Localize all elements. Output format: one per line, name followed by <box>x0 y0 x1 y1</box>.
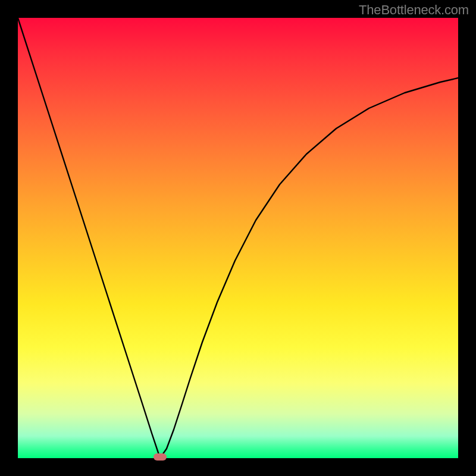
optimal-marker <box>154 453 167 461</box>
bottleneck-curve <box>18 18 458 456</box>
chart-stage: TheBottleneck.com <box>0 0 476 476</box>
plot-area <box>18 18 458 458</box>
curve-svg <box>18 18 458 458</box>
watermark-text: TheBottleneck.com <box>359 2 469 18</box>
